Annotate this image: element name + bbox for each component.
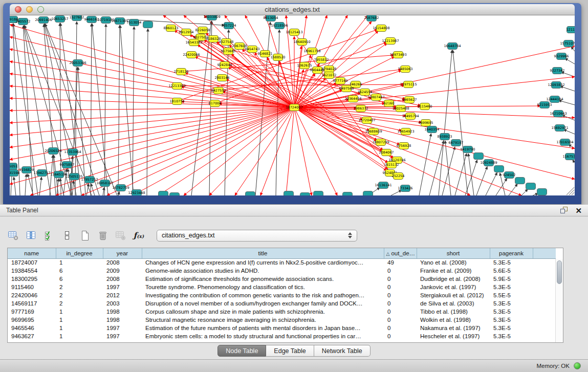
table-cell[interactable]: 0 <box>384 308 417 316</box>
graph-node[interactable]: 9175685 <box>221 48 236 55</box>
table-cell[interactable]: 1 <box>56 324 103 332</box>
table-settings-button[interactable] <box>6 229 20 242</box>
zoom-button[interactable] <box>37 6 44 13</box>
graph-node[interactable]: 35051 <box>10 163 17 170</box>
graph-node[interactable]: 1167531 <box>563 154 575 160</box>
table-cell[interactable]: 0 <box>384 324 417 332</box>
table-cell[interactable]: 2003 <box>103 299 142 308</box>
table-cell[interactable]: Jankovic et al. (1997) <box>417 283 490 291</box>
graph-node[interactable]: 9329966 <box>554 53 569 60</box>
table-cell[interactable]: Corpus callosum shape and size in male p… <box>142 308 384 316</box>
float-panel-icon[interactable] <box>560 207 568 214</box>
graph-node[interactable]: 7513054 <box>127 19 142 26</box>
graph-node[interactable]: 9115460 <box>418 103 432 110</box>
table-row[interactable]: 1938455462009Genome-wide association stu… <box>8 267 556 275</box>
column-header-title[interactable]: title <box>142 248 384 258</box>
graph-node[interactable]: 6479197 <box>449 140 464 146</box>
table-cell[interactable]: 2008 <box>103 258 142 267</box>
graph-node[interactable]: 22420046 <box>183 52 200 58</box>
graph-node[interactable] <box>170 193 180 196</box>
table-cell[interactable]: 2008 <box>103 275 142 283</box>
graph-node[interactable]: 2084067 <box>379 149 394 156</box>
graph-node[interactable] <box>284 191 294 196</box>
graph-node[interactable]: 1527602 <box>70 15 84 21</box>
graph-node[interactable] <box>246 192 255 196</box>
table-cell[interactable]: Yano et al. (2008) <box>417 258 490 267</box>
table-cell[interactable]: Franke et al. (2009) <box>417 267 490 275</box>
graph-node[interactable]: 1615132 <box>384 162 399 168</box>
graph-node[interactable]: 12112 <box>567 27 575 33</box>
table-cell[interactable]: 2 <box>56 299 103 308</box>
graph-node[interactable] <box>314 191 323 196</box>
column-header-out_degree[interactable]: △out_de… <box>384 248 417 258</box>
graph-node[interactable]: 20206526 <box>45 148 61 155</box>
graph-node[interactable]: 7986372 <box>354 105 368 112</box>
table-cell[interactable]: 1997 <box>103 332 142 340</box>
graph-node[interactable]: 9227342 <box>550 68 565 74</box>
function-builder-button[interactable]: ƒ(x) <box>132 229 146 242</box>
table-cell[interactable]: Investigating the contribution of common… <box>142 291 384 299</box>
delete-table-button[interactable] <box>114 229 128 242</box>
table-cell[interactable]: 9777169 <box>8 308 56 316</box>
table-cell[interactable]: 1 <box>56 258 103 267</box>
graph-node[interactable]: 16958107 <box>96 180 113 187</box>
table-cell[interactable]: 18724007 <box>8 258 56 267</box>
graph-node[interactable]: 13942757 <box>33 170 50 177</box>
table-cell[interactable]: de Silva et al. (2003) <box>417 299 490 308</box>
table-cell[interactable]: 5.6E-5 <box>490 267 533 275</box>
table-cell[interactable]: Hescheler et al. (1997) <box>417 332 490 340</box>
graph-node[interactable]: 62160 <box>384 100 395 107</box>
graph-node[interactable]: 10973493 <box>389 52 406 58</box>
table-cell[interactable]: 49 <box>384 258 417 267</box>
graph-node[interactable]: 9327548 <box>219 39 234 46</box>
graph-node[interactable] <box>515 178 525 184</box>
graph-node[interactable]: 10807487 <box>367 94 384 101</box>
table-cell[interactable]: 0 <box>384 291 417 299</box>
table-cell[interactable]: 9699695 <box>8 316 56 324</box>
table-cell[interactable]: 5.3E-5 <box>490 332 533 340</box>
graph-node[interactable]: 16543382 <box>185 39 202 46</box>
table-cell[interactable]: 1 <box>56 308 103 316</box>
graph-node[interactable]: 252254 <box>392 173 405 180</box>
graph-node[interactable]: 1156829 <box>19 167 34 173</box>
table-cell[interactable]: Disruption of a novel member of a sodium… <box>142 299 384 308</box>
graph-node[interactable]: 1588520 <box>271 54 286 61</box>
table-row[interactable]: 969969511998Structural magnetic resonanc… <box>8 316 556 324</box>
delete-button[interactable] <box>96 229 110 242</box>
table-cell[interactable]: 6 <box>56 267 103 275</box>
graph-node[interactable]: 9466162 <box>84 16 99 23</box>
graph-node[interactable]: 19654923 <box>397 128 414 135</box>
table-cell[interactable]: 2009 <box>103 267 142 275</box>
graph-node[interactable]: 16136141 <box>375 182 391 189</box>
graph-node[interactable]: 20053346 <box>69 60 86 67</box>
graph-node[interactable] <box>343 192 353 196</box>
graph-node[interactable]: 7485063 <box>398 66 413 73</box>
table-cell[interactable]: Genome-wide association studies in ADHD. <box>142 267 384 275</box>
column-header-in_degree[interactable]: in_degree <box>56 248 103 258</box>
graph-node[interactable]: 20691406 <box>35 17 52 24</box>
table-cell[interactable]: 1997 <box>103 324 142 332</box>
table-cell[interactable]: 6 <box>56 275 103 283</box>
table-scrollbar[interactable] <box>555 259 563 342</box>
table-cell[interactable]: 0 <box>384 332 417 340</box>
table-cell[interactable]: Wolkin et al. (1998) <box>417 316 490 324</box>
graph-node[interactable]: 12213389 <box>168 83 185 90</box>
table-cell[interactable]: Stergiakouli et al. (2012) <box>417 291 490 299</box>
graph-node[interactable]: 1621072 <box>322 72 337 79</box>
table-cell[interactable]: 5.3E-5 <box>490 316 533 324</box>
table-cell[interactable]: Estimation of the future numbers of pati… <box>142 324 384 332</box>
graph-node[interactable]: 8860123 <box>164 25 179 32</box>
table-row[interactable]: 2242004622012Investigating the contribut… <box>8 291 556 299</box>
graph-node[interactable]: 1640354 <box>425 126 440 133</box>
graph-node[interactable]: 12093832 <box>548 82 564 89</box>
graph-node[interactable]: 8938923 <box>438 134 452 140</box>
graph-node[interactable]: 17016504 <box>556 139 573 146</box>
tab-network-table[interactable]: Network Table <box>314 345 371 357</box>
scrollbar-thumb[interactable] <box>557 260 562 284</box>
column-header-short[interactable]: short <box>417 248 490 258</box>
graph-node[interactable]: 15751074 <box>560 40 575 47</box>
select-column-button[interactable] <box>24 229 38 242</box>
graph-node[interactable]: 12923448 <box>128 190 145 196</box>
table-row[interactable]: 946554611997Estimation of the future num… <box>8 324 556 332</box>
graph-node[interactable]: 8813054 <box>264 15 278 21</box>
